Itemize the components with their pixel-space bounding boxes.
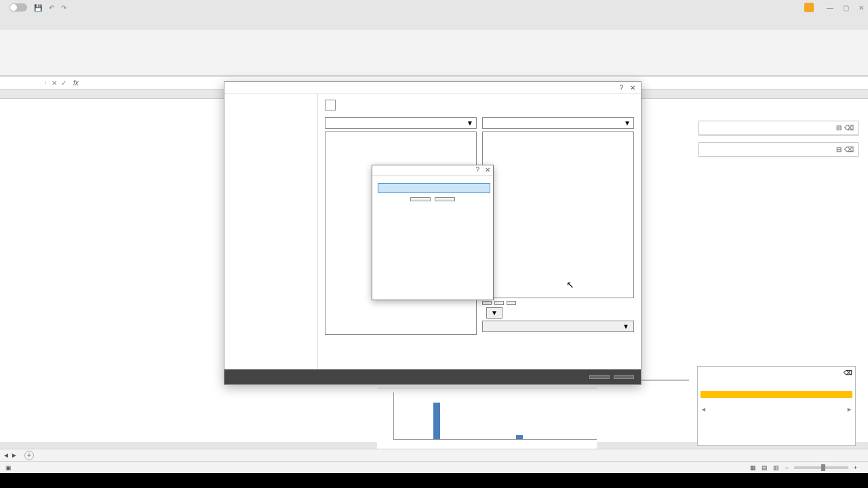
scroll-right-icon[interactable]: ► xyxy=(846,406,852,413)
clear-filter-icon[interactable]: ⌫ xyxy=(844,146,854,153)
name-box[interactable] xyxy=(0,81,46,84)
customize-ribbon-icon xyxy=(325,100,336,110)
reset-button[interactable]: ▼ xyxy=(486,307,502,319)
add-sheet-button[interactable]: + xyxy=(24,451,34,460)
rename-button[interactable] xyxy=(507,301,516,305)
minimize-icon[interactable]: — xyxy=(827,4,833,12)
maximize-icon[interactable]: ▢ xyxy=(843,4,849,12)
ribbon-tabs xyxy=(0,15,868,30)
dialog-rename: ? ✕ xyxy=(372,165,494,300)
display-name-input[interactable] xyxy=(378,183,490,193)
zoom-slider[interactable] xyxy=(794,466,848,469)
sheet-nav-first-icon[interactable]: ◄ xyxy=(3,451,9,459)
quick-access-toolbar: 💾 ↶ ↷ xyxy=(34,4,66,12)
help-icon[interactable]: ? xyxy=(475,166,479,175)
accept-formula-icon[interactable]: ✓ xyxy=(61,79,66,87)
cancel-button[interactable] xyxy=(435,197,455,201)
clear-filter-icon[interactable]: ⌫ xyxy=(844,369,852,376)
multiselect-icon[interactable]: ⊟ xyxy=(836,146,842,153)
redo-icon[interactable]: ↷ xyxy=(61,4,66,12)
fx-icon[interactable]: fx xyxy=(73,79,79,87)
record-macro-icon[interactable]: ▣ xyxy=(5,464,12,471)
cancel-formula-icon[interactable]: ✕ xyxy=(52,79,57,87)
zoom-in-icon[interactable]: + xyxy=(854,464,857,471)
new-tab-button[interactable] xyxy=(482,301,492,305)
scroll-left-icon[interactable]: ◄ xyxy=(701,406,707,413)
chevron-down-icon: ▼ xyxy=(624,119,631,127)
sheet-nav-prev-icon[interactable]: ► xyxy=(11,451,18,459)
ok-button[interactable] xyxy=(410,197,431,201)
close-icon[interactable]: ✕ xyxy=(485,166,490,175)
slicer-jahr[interactable]: ⊟⌫ xyxy=(698,142,859,157)
help-icon[interactable]: ? xyxy=(619,84,623,92)
undo-icon[interactable]: ↶ xyxy=(49,4,54,12)
chart-bar xyxy=(433,403,440,439)
titlebar: 💾 ↶ ↷ — ▢ ✕ xyxy=(0,0,868,15)
chart-plot xyxy=(393,392,597,440)
commands-combo[interactable]: ▼ xyxy=(325,117,477,129)
chart-bar xyxy=(516,435,523,439)
slicer-saison[interactable]: ⊟⌫ xyxy=(698,121,859,136)
chart-ergebnis xyxy=(377,388,597,455)
chevron-down-icon: ▼ xyxy=(467,119,473,127)
zoom-out-icon[interactable]: − xyxy=(785,464,788,471)
timeline-datum[interactable]: ⌫ ◄ ► xyxy=(697,366,856,446)
user-avatar[interactable] xyxy=(804,3,814,12)
status-bar: ▣ ▦ ▤ ▥ − + xyxy=(0,461,868,473)
clear-filter-icon[interactable]: ⌫ xyxy=(844,124,854,131)
new-group-button[interactable] xyxy=(494,301,504,305)
multiselect-icon[interactable]: ⊟ xyxy=(836,124,842,131)
options-category-list xyxy=(224,94,318,372)
ribbon xyxy=(0,30,868,76)
close-icon[interactable]: ✕ xyxy=(630,84,635,92)
save-icon[interactable]: 💾 xyxy=(34,4,42,12)
cancel-button[interactable] xyxy=(614,375,634,379)
close-icon[interactable]: ✕ xyxy=(859,4,864,12)
timeline-bar[interactable] xyxy=(701,391,852,398)
ok-button[interactable] xyxy=(589,375,610,379)
ribbon-combo[interactable]: ▼ xyxy=(482,117,634,129)
ribbon-tree[interactable] xyxy=(482,131,634,298)
view-pagebreak-icon[interactable]: ▥ xyxy=(773,464,779,471)
import-export-button[interactable]: ▼ xyxy=(482,321,634,332)
view-layout-icon[interactable]: ▤ xyxy=(762,464,768,471)
view-normal-icon[interactable]: ▦ xyxy=(750,464,756,471)
sheet-tabs: ◄ ► + xyxy=(0,449,868,461)
autosave-toggle[interactable] xyxy=(9,3,27,12)
